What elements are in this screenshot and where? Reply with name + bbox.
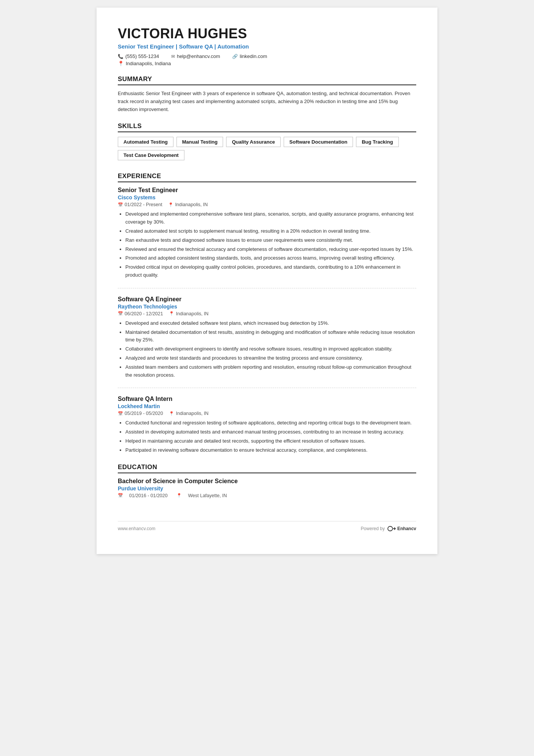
- footer-website: www.enhancv.com: [118, 526, 155, 531]
- phone-number: (555) 555-1234: [125, 53, 159, 59]
- list-item: Developed and implemented comprehensive …: [125, 210, 416, 226]
- experience-title: EXPERIENCE: [118, 172, 416, 182]
- candidate-title: Senior Test Engineer | Software QA | Aut…: [118, 43, 416, 50]
- job-block: Senior Test EngineerCisco Systems📅 01/20…: [118, 187, 416, 288]
- location-row: 📍 Indianapolis, Indiana: [118, 61, 416, 66]
- skill-badge: Automated Testing: [118, 137, 173, 147]
- list-item: Conducted functional and regression test…: [125, 419, 416, 427]
- list-item: Created automated test scripts to supple…: [125, 227, 416, 235]
- job-bullets: Developed and executed detailed software…: [118, 319, 416, 379]
- contact-row: 📞 (555) 555-1234 ✉ help@enhancv.com 🔗 li…: [118, 53, 416, 59]
- job-title: Senior Test Engineer: [118, 187, 416, 194]
- job-title: Software QA Engineer: [118, 296, 416, 303]
- pin-icon: 📍: [169, 311, 174, 316]
- footer-right: Powered by Enhancv: [361, 526, 416, 531]
- job-meta: 📅 01/2022 - Present📍 Indianapolis, IN: [118, 202, 416, 207]
- summary-section: SUMMARY Enthusiastic Senior Test Enginee…: [118, 75, 416, 113]
- calendar-icon: 📅: [118, 493, 123, 498]
- job-title: Software QA Intern: [118, 396, 416, 402]
- skill-badge: Manual Testing: [176, 137, 223, 147]
- job-meta: 📅 05/2019 - 05/2020📍 Indianapolis, IN: [118, 411, 416, 416]
- edu-degree: Bachelor of Science in Computer Science: [118, 478, 416, 485]
- company-name: Lockheed Martin: [118, 403, 416, 409]
- experience-section: EXPERIENCE Senior Test EngineerCisco Sys…: [118, 172, 416, 454]
- list-item: Developed and executed detailed software…: [125, 319, 416, 327]
- job-location: 📍 Indianapolis, IN: [169, 311, 208, 316]
- page-footer: www.enhancv.com Powered by Enhancv: [118, 521, 416, 531]
- resume-page: VICTORIA HUGHES Senior Test Engineer | S…: [97, 8, 437, 554]
- edu-block: Bachelor of Science in Computer ScienceP…: [118, 478, 416, 498]
- phone-icon: 📞: [118, 54, 123, 59]
- skills-title: SKILLS: [118, 122, 416, 132]
- list-item: Ran exhaustive tests and diagnosed softw…: [125, 236, 416, 244]
- location-text: Indianapolis, Indiana: [126, 61, 171, 66]
- list-item: Maintained detailed documentation of tes…: [125, 329, 416, 344]
- location-icon: 📍: [118, 61, 124, 66]
- brand-name: Enhancv: [397, 526, 416, 531]
- list-item: Helped in maintaining accurate and detai…: [125, 437, 416, 445]
- header: VICTORIA HUGHES Senior Test Engineer | S…: [118, 26, 416, 66]
- job-dates: 📅 05/2019 - 05/2020: [118, 411, 163, 416]
- job-block: Software QA EngineerRaytheon Technologie…: [118, 296, 416, 388]
- list-item: Assisted in developing automated tests a…: [125, 428, 416, 436]
- summary-text: Enthusiastic Senior Test Engineer with 3…: [118, 90, 416, 113]
- edu-meta: 📅 01/2016 - 01/2020📍 West Lafayette, IN: [118, 493, 416, 498]
- list-item: Participated in reviewing software docum…: [125, 446, 416, 454]
- edu-school: Purdue University: [118, 485, 416, 491]
- job-location: 📍 Indianapolis, IN: [169, 411, 208, 416]
- education-container: Bachelor of Science in Computer ScienceP…: [118, 478, 416, 498]
- list-item: Promoted and adopted consistent testing …: [125, 254, 416, 262]
- phone-contact: 📞 (555) 555-1234: [118, 53, 159, 59]
- job-dates: 📅 01/2022 - Present: [118, 202, 162, 207]
- linkedin-contact: 🔗 linkedin.com: [232, 53, 267, 59]
- job-block: Software QA InternLockheed Martin📅 05/20…: [118, 396, 416, 454]
- list-item: Reviewed and ensured the technical accur…: [125, 246, 416, 254]
- list-item: Provided critical input on developing qu…: [125, 263, 416, 279]
- job-meta: 📅 06/2020 - 12/2021📍 Indianapolis, IN: [118, 311, 416, 316]
- logo-icon: [387, 526, 396, 531]
- linkedin-url: linkedin.com: [240, 53, 267, 59]
- powered-by-label: Powered by: [361, 526, 385, 531]
- skills-container: Automated TestingManual TestingQuality A…: [118, 137, 416, 163]
- company-name: Raytheon Technologies: [118, 304, 416, 310]
- pin-icon: 📍: [169, 411, 174, 416]
- job-bullets: Conducted functional and regression test…: [118, 419, 416, 454]
- education-title: EDUCATION: [118, 463, 416, 473]
- job-dates: 📅 06/2020 - 12/2021: [118, 311, 163, 316]
- enhancv-logo: Enhancv: [387, 526, 416, 531]
- candidate-name: VICTORIA HUGHES: [118, 26, 416, 42]
- job-location: 📍 Indianapolis, IN: [168, 202, 208, 207]
- summary-title: SUMMARY: [118, 75, 416, 85]
- list-item: Analyzed and wrote test standards and pr…: [125, 354, 416, 362]
- skill-badge: Test Case Development: [118, 150, 184, 160]
- pin-icon: 📍: [176, 493, 182, 498]
- skill-badge: Quality Assurance: [226, 137, 281, 147]
- list-item: Collaborated with development engineers …: [125, 345, 416, 353]
- skill-badge: Software Documentation: [284, 137, 353, 147]
- calendar-icon: 📅: [118, 411, 123, 416]
- list-item: Assisted team members and customers with…: [125, 363, 416, 379]
- education-section: EDUCATION Bachelor of Science in Compute…: [118, 463, 416, 498]
- company-name: Cisco Systems: [118, 194, 416, 200]
- skill-badge: Bug Tracking: [356, 137, 398, 147]
- link-icon: 🔗: [232, 54, 238, 59]
- pin-icon: 📍: [168, 202, 173, 207]
- email-contact: ✉ help@enhancv.com: [171, 53, 220, 59]
- email-address: help@enhancv.com: [177, 53, 220, 59]
- email-icon: ✉: [171, 54, 175, 59]
- jobs-container: Senior Test EngineerCisco Systems📅 01/20…: [118, 187, 416, 454]
- job-bullets: Developed and implemented comprehensive …: [118, 210, 416, 279]
- calendar-icon: 📅: [118, 202, 123, 207]
- calendar-icon: 📅: [118, 311, 123, 316]
- skills-section: SKILLS Automated TestingManual TestingQu…: [118, 122, 416, 163]
